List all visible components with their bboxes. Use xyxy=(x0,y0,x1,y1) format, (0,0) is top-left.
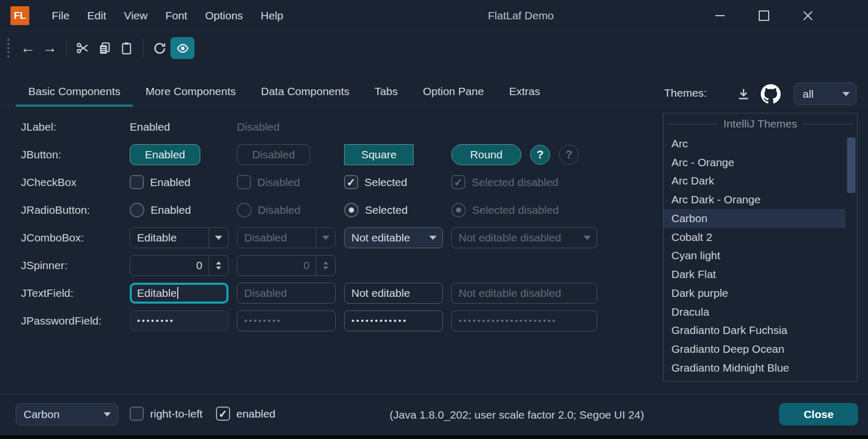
jlabel-row-label: JLabel: xyxy=(21,121,130,133)
titlebar: FL File Edit View Font Options Help Flat… xyxy=(0,0,868,32)
toolbar-separator xyxy=(143,39,143,57)
radio-selected-icon xyxy=(344,203,359,217)
menu-file[interactable]: File xyxy=(43,0,78,31)
close-button[interactable]: Close xyxy=(779,403,858,425)
theme-item-arc-dark[interactable]: Arc Dark xyxy=(664,172,846,191)
menu-edit[interactable]: Edit xyxy=(78,0,115,31)
checkbox-enabled[interactable]: Enabled xyxy=(130,175,237,189)
combobox-disabled: Disabled xyxy=(237,227,336,248)
status-text: (Java 1.8.0_202; user scale factor 2.0; … xyxy=(390,409,644,421)
jcheckbox-row-label: JCheckBox xyxy=(21,176,130,189)
chevron-down-icon xyxy=(584,236,591,240)
theme-item-gradianto-midnight-blue[interactable]: Gradianto Midnight Blue xyxy=(664,359,846,377)
jlabel-disabled: Disabled xyxy=(237,121,344,133)
tab-tabs[interactable]: Tabs xyxy=(362,78,410,107)
spinner-disabled: 0 xyxy=(237,255,336,276)
radio-icon xyxy=(237,203,252,217)
theme-item-arc[interactable]: Arc xyxy=(664,134,846,153)
theme-item-dracula[interactable]: Dracula xyxy=(664,303,846,321)
bottom-separator xyxy=(0,394,868,394)
cut-button[interactable] xyxy=(72,37,94,59)
chevron-down-icon xyxy=(215,236,222,240)
combobox-not-editable-disabled: Not editable disabled xyxy=(451,227,597,248)
checkbox-label: right-to-left xyxy=(150,408,202,420)
theme-item-dark-flat[interactable]: Dark Flat xyxy=(664,265,846,284)
theme-item-gradianto-deep-ocean[interactable]: Gradianto Deep Ocean xyxy=(664,340,846,359)
menu-help[interactable]: Help xyxy=(252,0,292,31)
close-window-button[interactable] xyxy=(800,8,816,24)
tab-extras[interactable]: Extras xyxy=(496,78,553,107)
menu-view[interactable]: View xyxy=(115,0,156,31)
passwordfield-not-editable[interactable]: •••••••••••• xyxy=(344,310,443,331)
toolbar-grip-handle[interactable] xyxy=(7,47,9,49)
combobox-editable[interactable]: Editable xyxy=(130,227,229,248)
spinner-buttons[interactable] xyxy=(209,256,228,275)
theme-item-dark-purple[interactable]: Dark purple xyxy=(664,284,846,303)
passwordfield-editable[interactable]: •••••••• xyxy=(130,310,229,331)
themes-scrollbar-thumb[interactable] xyxy=(847,137,855,193)
tab-more-components[interactable]: More Components xyxy=(133,78,248,107)
forward-button[interactable]: → xyxy=(39,37,61,59)
jlabel-enabled: Enabled xyxy=(130,121,237,133)
chevron-down-icon xyxy=(104,412,111,417)
enabled-button[interactable]: Enabled xyxy=(130,144,200,165)
maximize-button[interactable] xyxy=(756,8,772,24)
paste-button[interactable] xyxy=(116,37,138,59)
right-to-left-checkbox[interactable]: right-to-left xyxy=(130,407,202,421)
spinner-down-icon xyxy=(323,267,328,270)
square-button[interactable]: Square xyxy=(344,144,414,165)
enabled-checkbox[interactable]: ✓ enabled xyxy=(216,407,276,421)
radio-selected[interactable]: Selected xyxy=(344,203,451,217)
help-button-disabled: ? xyxy=(559,145,579,165)
checkbox-icon xyxy=(130,407,144,421)
theme-item-carbon[interactable]: Carbon xyxy=(664,209,846,228)
tab-option-pane[interactable]: Option Pane xyxy=(410,78,497,107)
combobox-not-editable[interactable]: Not editable xyxy=(344,227,443,248)
back-button[interactable]: ← xyxy=(17,37,39,59)
refresh-button[interactable] xyxy=(149,37,170,59)
show-hidden-toggle-button[interactable] xyxy=(170,37,195,59)
textfield-not-editable[interactable]: Not editable xyxy=(344,283,443,304)
tab-basic-components[interactable]: Basic Components xyxy=(16,78,133,107)
radio-label: Disabled xyxy=(258,204,301,216)
themes-filter-combobox[interactable]: all xyxy=(794,83,856,105)
toolbar: ← → xyxy=(0,32,195,64)
window-title: FlatLaf Demo xyxy=(488,0,554,31)
minimize-button[interactable] xyxy=(712,8,728,24)
spinner-up-icon xyxy=(216,261,221,264)
app-logo-text: FL xyxy=(14,10,26,21)
checkbox-label: enabled xyxy=(236,408,276,420)
theme-item-cyan-light[interactable]: Cyan light xyxy=(664,247,846,265)
checkbox-disabled: Disabled xyxy=(237,175,344,189)
checkbox-icon xyxy=(237,175,251,189)
tab-data-components[interactable]: Data Components xyxy=(248,78,362,107)
copy-button[interactable] xyxy=(94,37,116,59)
textfield-editable[interactable]: Editable xyxy=(130,283,229,304)
github-button[interactable] xyxy=(759,83,782,106)
minimize-icon xyxy=(715,15,725,16)
help-button[interactable]: ? xyxy=(530,145,550,165)
download-themes-button[interactable] xyxy=(732,83,755,106)
combobox-arrow-button[interactable] xyxy=(209,228,228,248)
themes-label: Themes: xyxy=(664,87,707,99)
chevron-down-icon xyxy=(842,92,850,96)
theme-item-gradianto-dark-fuchsia[interactable]: Gradianto Dark Fuchsia xyxy=(664,321,846,340)
checkbox-label: Enabled xyxy=(150,176,190,189)
spinner-enabled[interactable]: 0 xyxy=(130,255,229,276)
disabled-button: Disabled xyxy=(237,144,310,165)
theme-item-arc-orange[interactable]: Arc - Orange xyxy=(664,153,846,172)
textfield-disabled: Disabled xyxy=(237,283,336,304)
radio-enabled[interactable]: Enabled xyxy=(130,203,237,217)
forward-arrow-icon: → xyxy=(42,40,57,56)
menu-font[interactable]: Font xyxy=(156,0,196,31)
theme-item-cobalt-2[interactable]: Cobalt 2 xyxy=(664,228,846,247)
checkbox-checked-icon: ✓ xyxy=(216,407,230,421)
round-button[interactable]: Round xyxy=(451,144,521,165)
window-bottom-edge xyxy=(0,435,868,439)
textfield-not-editable-disabled: Not editable disabled xyxy=(451,283,597,304)
checkbox-selected[interactable]: ✓Selected xyxy=(344,175,451,189)
lookandfeel-combobox[interactable]: Carbon xyxy=(16,403,118,425)
menu-options[interactable]: Options xyxy=(196,0,252,31)
theme-item-arc-dark-orange[interactable]: Arc Dark - Orange xyxy=(664,190,846,209)
radio-label: Selected xyxy=(365,204,408,216)
